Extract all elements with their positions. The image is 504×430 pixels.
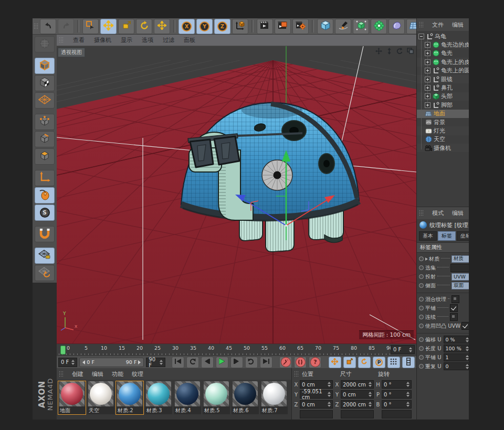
am-menu-mode[interactable]: 模式 [432, 209, 444, 217]
key-rotation-button[interactable] [358, 357, 371, 368]
coordinate-system-button[interactable] [232, 19, 248, 34]
magnet-snap-button[interactable] [35, 226, 55, 242]
pan-view-icon[interactable] [375, 47, 383, 55]
spinner-icon[interactable] [369, 402, 372, 407]
spinner-icon[interactable] [328, 382, 331, 387]
material-menu-edit[interactable]: 编辑 [92, 370, 103, 378]
viewport-menu-drag-handle[interactable] [59, 37, 64, 44]
spinner-icon[interactable] [466, 355, 469, 360]
texture-mode-button[interactable] [35, 75, 55, 91]
range-right-arrow-icon[interactable] [138, 360, 141, 364]
length-u-field[interactable]: 100 % [444, 345, 469, 352]
tree-item-glasses[interactable]: 眼镜 [417, 75, 469, 83]
tree-item-camera[interactable]: 摄像机 [417, 144, 469, 152]
rotation-h-field[interactable]: 0 ° [382, 380, 412, 389]
expand-icon[interactable] [425, 59, 430, 65]
expand-icon[interactable] [425, 77, 430, 82]
add-spline-button[interactable] [335, 19, 351, 34]
record-keyframe-button[interactable] [279, 357, 292, 368]
tree-item-sky[interactable]: 天空 [417, 135, 469, 144]
offset-u-field[interactable]: 0 % [444, 336, 469, 343]
material-menu-function[interactable]: 功能 [112, 370, 123, 378]
lock-workplane-button[interactable] [35, 248, 55, 264]
am-drag-handle[interactable] [419, 210, 424, 217]
prev-frame-button[interactable] [201, 357, 214, 368]
viewport-solo-button[interactable] [35, 187, 55, 203]
timeline-playhead[interactable] [60, 346, 66, 354]
render-view-button[interactable] [257, 19, 273, 34]
lock-z-axis-button[interactable]: Z [214, 19, 230, 34]
expand-icon[interactable] [425, 50, 430, 56]
zoom-view-icon[interactable] [385, 47, 393, 55]
spinner-icon[interactable] [160, 360, 163, 365]
play-button[interactable] [216, 357, 228, 368]
next-frame-button[interactable] [230, 357, 243, 368]
animation-dot-icon[interactable] [419, 256, 424, 261]
rotation-b-field[interactable]: 0 ° [382, 400, 412, 408]
material-item[interactable]: 材质.7 [260, 381, 288, 415]
tab-tag[interactable]: 标签 [438, 231, 456, 241]
tree-item-head[interactable]: 头部 [417, 92, 469, 101]
tab-basic[interactable]: 基本 [419, 231, 437, 241]
animation-dot-icon[interactable] [419, 274, 424, 279]
expand-icon[interactable] [425, 85, 430, 91]
viewport-menu-display[interactable]: 显示 [121, 36, 132, 44]
spinner-icon[interactable] [71, 360, 75, 365]
key-pla-button[interactable] [387, 357, 400, 368]
position-z-field[interactable]: 0 cm [300, 400, 333, 408]
animation-dot-icon[interactable] [419, 364, 424, 369]
animation-dot-icon[interactable] [419, 315, 424, 319]
goto-start-button[interactable] [172, 357, 184, 368]
spinner-icon[interactable] [409, 347, 412, 352]
tree-item-nostril[interactable]: 鼻孔 [417, 83, 469, 92]
size-x-field[interactable]: 2000 cm [341, 380, 374, 389]
expand-icon[interactable] [425, 102, 430, 108]
prev-key-button[interactable] [186, 357, 199, 368]
collapse-icon[interactable] [418, 34, 424, 39]
render-region-button[interactable] [275, 19, 291, 34]
animation-dot-icon[interactable] [419, 265, 424, 270]
material-item[interactable]: 材质.2 [116, 381, 144, 415]
size-y-field[interactable]: 0 cm [341, 390, 374, 399]
rotate-view-icon[interactable] [396, 47, 404, 55]
tree-item-shell[interactable]: 龟壳 [417, 49, 469, 58]
snap-button[interactable]: S [35, 205, 55, 221]
lock-y-axis-button[interactable]: Y [196, 19, 213, 34]
tab-coordinates[interactable]: 坐标 [457, 231, 469, 241]
add-modifier-button[interactable] [371, 19, 387, 34]
tile-checkbox[interactable] [450, 304, 458, 312]
apply-field[interactable] [341, 410, 374, 418]
timeline-ruler[interactable]: 0 5 10 15 20 25 30 35 40 45 50 55 60 65 … [57, 343, 416, 356]
workplane-mode-button[interactable] [35, 92, 55, 109]
range-left-arrow-icon[interactable] [82, 360, 85, 364]
autokey-button[interactable] [294, 357, 307, 368]
side-dropdown[interactable]: 双面 [452, 282, 469, 289]
projection-dropdown[interactable]: UVW [452, 273, 469, 281]
polygons-mode-button[interactable] [35, 148, 55, 165]
use-bump-uvw-checkbox[interactable] [461, 322, 469, 330]
tiles-u-field[interactable]: 1 [444, 353, 469, 361]
spinner-icon[interactable] [369, 392, 372, 397]
move-tool-button[interactable] [100, 19, 117, 34]
material-item[interactable]: 地面 [58, 381, 86, 415]
toggle-view-icon[interactable] [406, 47, 414, 55]
animation-dot-icon[interactable] [419, 346, 424, 351]
tree-item-floor[interactable]: 地面 [417, 110, 469, 118]
spinner-icon[interactable] [466, 337, 469, 342]
animation-dot-icon[interactable] [419, 337, 424, 342]
material-menu-create[interactable]: 创建 [72, 370, 83, 378]
expand-icon[interactable] [425, 93, 430, 99]
timeline-frame-field[interactable]: 0 F [391, 345, 415, 354]
repeat-u-field[interactable]: 0 [444, 362, 469, 370]
coordinates-drag-handle[interactable] [294, 371, 299, 378]
enable-axis-button[interactable] [35, 170, 55, 186]
am-menu-edit[interactable]: 编辑 [452, 209, 464, 217]
material-item[interactable]: 材质.3 [144, 381, 173, 415]
viewport-menu-camera[interactable]: 摄像机 [94, 36, 111, 44]
current-frame-field[interactable]: 0 F [58, 358, 77, 367]
end-frame-field[interactable]: 90 F [146, 358, 165, 367]
rotation-p-field[interactable]: 0 ° [382, 390, 412, 399]
om-drag-handle[interactable] [419, 22, 424, 28]
points-mode-button[interactable] [35, 114, 55, 130]
om-menu-file[interactable]: 文件 [432, 21, 444, 29]
